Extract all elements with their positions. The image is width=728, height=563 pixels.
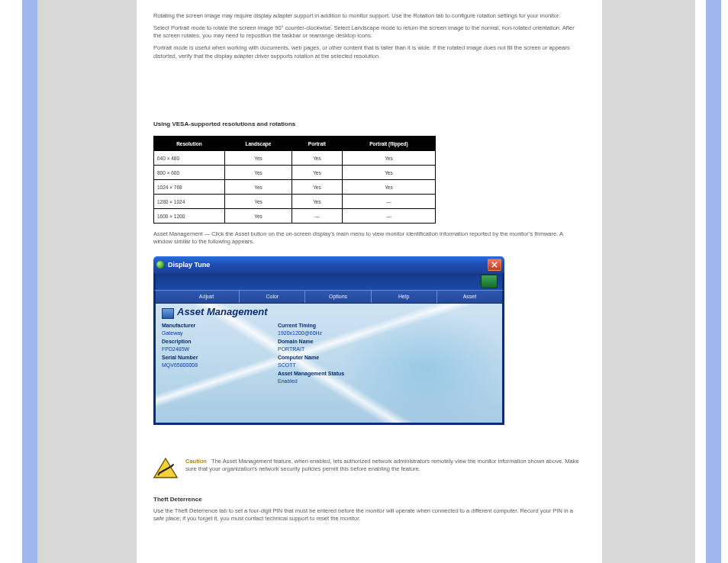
table-cell: — xyxy=(342,209,435,224)
asset-management-screenshot: Display Tune Adjust Color Options Help A… xyxy=(153,256,504,421)
table-cell: Yes xyxy=(292,166,343,180)
table-cell: — xyxy=(342,195,435,209)
table-cell: Yes xyxy=(292,151,343,166)
intro-p2: Select Portrait mode to rotate the scree… xyxy=(153,24,581,40)
table-row: 1024 × 768 Yes Yes Yes xyxy=(154,180,436,195)
table-row: 800 × 600 Yes Yes Yes xyxy=(154,166,436,180)
field-label: Current Timing xyxy=(278,323,316,328)
window-titlebar: Display Tune xyxy=(153,256,504,273)
close-icon xyxy=(491,262,498,268)
window-title: Display Tune xyxy=(168,261,210,269)
document-sheet: Rotating the screen image may require di… xyxy=(137,0,602,563)
asset-right-column: Current Timing 1920x1200@60Hz Domain Nam… xyxy=(278,322,392,386)
tail-section: Theft Deterrence Use the Theft Deterrenc… xyxy=(153,496,581,523)
tabs-row: Adjust Color Options Help Asset xyxy=(153,290,504,304)
field-label: Computer Name xyxy=(278,355,319,360)
left-accent-band xyxy=(22,0,37,563)
field-value: 1920x1200@60Hz xyxy=(278,330,322,336)
table-cell: Yes xyxy=(224,209,292,224)
tail-body: Use the Theft Deterrence tab to set a fo… xyxy=(153,507,573,522)
table-header-cell: Portrait (flipped) xyxy=(342,137,435,151)
asset-left-column: Manufacturer Gateway Description FPD2485… xyxy=(162,322,253,370)
toolbar-row xyxy=(153,273,504,290)
table-row: 1280 × 1024 Yes Yes — xyxy=(154,195,436,209)
table-cell: Yes xyxy=(342,180,435,195)
field-value: Gateway xyxy=(162,330,183,336)
caution-icon xyxy=(153,458,178,479)
field-value: SCOTT xyxy=(278,362,296,368)
field-label: Serial Number xyxy=(162,355,198,360)
table-cell: Yes xyxy=(342,166,435,180)
field-value: MQV65800008 xyxy=(162,362,198,368)
monitor-icon xyxy=(162,308,174,319)
caution-text: Caution The Asset Management feature, wh… xyxy=(185,458,581,473)
caution-body: The Asset Management feature, when enabl… xyxy=(185,458,579,472)
table-cell: Yes xyxy=(224,195,292,209)
table-row: 640 × 480 Yes Yes Yes xyxy=(154,151,436,166)
table-cell: Yes xyxy=(224,166,292,180)
print-icon[interactable] xyxy=(481,275,498,288)
tab-asset[interactable]: Asset xyxy=(436,291,502,303)
table-cell: Yes xyxy=(224,151,292,166)
intro-paragraphs: Rotating the screen image may require di… xyxy=(153,12,581,60)
table-row: 1600 × 1200 Yes — — xyxy=(154,209,436,224)
field-label: Description xyxy=(162,339,192,344)
panel-heading: Asset Management xyxy=(177,306,267,317)
window-body: Asset Management Manufacturer Gateway De… xyxy=(153,304,504,425)
table-cell: Yes xyxy=(342,151,435,166)
table-cell: Yes xyxy=(292,180,343,195)
field-label: Asset Management Status xyxy=(278,371,344,376)
field-label: Domain Name xyxy=(278,339,314,344)
table-cell: Yes xyxy=(224,180,292,195)
field-value: Enabled xyxy=(278,378,298,384)
table-cell: 1024 × 768 xyxy=(154,180,225,195)
table-heading: Using VESA-supported resolutions and rot… xyxy=(153,121,295,127)
table-header-cell: Resolution xyxy=(154,137,225,151)
field-value: PORTRAIT xyxy=(278,346,304,352)
app-status-icon xyxy=(156,261,164,269)
intro-p1: Rotating the screen image may require di… xyxy=(153,12,581,20)
tab-adjust[interactable]: Adjust xyxy=(174,291,239,303)
caution-block: Caution The Asset Management feature, wh… xyxy=(153,458,581,479)
close-button[interactable] xyxy=(488,259,501,271)
right-accent-band xyxy=(706,0,721,563)
tab-help[interactable]: Help xyxy=(371,291,436,303)
table-header-cell: Portrait xyxy=(292,137,343,151)
table-cell: — xyxy=(292,209,343,224)
table-cell: 1280 × 1024 xyxy=(154,195,225,209)
table-cell: 640 × 480 xyxy=(154,151,225,166)
asset-intro: Asset Management — Click the Asset butto… xyxy=(153,230,581,246)
field-value: FPD2485W xyxy=(162,346,189,352)
table-header-row: Resolution Landscape Portrait Portrait (… xyxy=(154,137,436,151)
table-cell: 1600 × 1200 xyxy=(154,209,225,224)
page-background: Rotating the screen image may require di… xyxy=(37,0,695,563)
table-header-cell: Landscape xyxy=(224,137,292,151)
table-cell: Yes xyxy=(292,195,343,209)
tab-options[interactable]: Options xyxy=(304,291,370,303)
caution-label: Caution xyxy=(185,458,207,465)
resolutions-table: Resolution Landscape Portrait Portrait (… xyxy=(153,136,436,224)
intro-p3: Portrait mode is useful when working wit… xyxy=(153,44,581,60)
tail-heading: Theft Deterrence xyxy=(153,496,581,504)
tab-color[interactable]: Color xyxy=(239,291,304,303)
field-label: Manufacturer xyxy=(162,323,195,328)
table-cell: 800 × 600 xyxy=(154,166,225,180)
